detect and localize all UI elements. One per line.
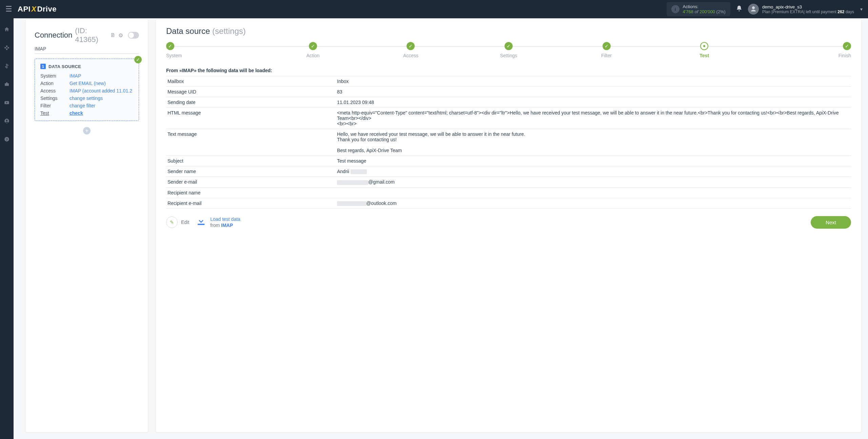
- sidenav: ?: [0, 18, 14, 439]
- row-test-key: Test: [40, 110, 70, 116]
- logo[interactable]: APIXDrive: [18, 5, 57, 14]
- bell-icon[interactable]: [736, 5, 743, 14]
- actions-pct: (2%): [716, 9, 726, 14]
- chevron-down-icon: ▾: [860, 6, 863, 12]
- connection-id: (ID: 41365): [75, 26, 107, 44]
- table-row: SubjectTest message: [166, 156, 851, 166]
- row-settings-value[interactable]: change settings: [70, 96, 133, 101]
- row-settings-key: Settings: [40, 96, 70, 101]
- data-source-title: 1 DATA SOURCE: [40, 64, 133, 69]
- user-menu[interactable]: demo_apix-drive_s3 Plan |Premium EXTRA| …: [748, 4, 863, 15]
- add-step-button[interactable]: +: [83, 127, 91, 134]
- svg-text:?: ?: [6, 138, 8, 141]
- user-name: demo_apix-drive_s3: [762, 4, 854, 9]
- step-number-badge: 1: [40, 64, 46, 69]
- svg-point-2: [6, 120, 8, 121]
- download-icon: [196, 216, 206, 229]
- table-row: Message UID83: [166, 87, 851, 97]
- from-label: From «IMAP» the following data will be l…: [166, 68, 851, 73]
- step-action[interactable]: ✓Action: [264, 42, 362, 58]
- connection-service: IMAP: [35, 46, 139, 54]
- redacted: [337, 201, 366, 206]
- nav-connections-icon[interactable]: [0, 43, 14, 53]
- next-button[interactable]: Next: [811, 216, 851, 229]
- menu-icon[interactable]: ☰: [5, 5, 12, 14]
- redacted: [337, 180, 368, 185]
- table-row: MailboxInbox: [166, 76, 851, 87]
- table-row: Recipient e-mail@outlook.com: [166, 198, 851, 208]
- document-icon[interactable]: 🗎: [110, 32, 116, 38]
- table-row: Sender nameAndrii: [166, 166, 851, 177]
- pencil-icon: ✎: [166, 216, 178, 228]
- row-system-key: System: [40, 73, 70, 79]
- step-test[interactable]: Test: [655, 42, 753, 58]
- data-source-panel: Data source (settings) ✓System ✓Action ✓…: [156, 20, 861, 432]
- table-row: Recipient name: [166, 187, 851, 198]
- nav-home-icon[interactable]: [0, 24, 14, 35]
- step-finish[interactable]: ✓Finish: [753, 42, 851, 58]
- table-row: Text messageHello, we have received your…: [166, 129, 851, 156]
- actions-current: 4'768: [683, 9, 693, 14]
- info-icon: i: [671, 5, 679, 13]
- step-system[interactable]: ✓System: [166, 42, 264, 58]
- actions-label: Actions:: [683, 4, 726, 9]
- test-data-table: MailboxInbox Message UID83 Sending date1…: [166, 76, 851, 209]
- gear-icon[interactable]: ⚙: [118, 32, 123, 39]
- row-access-value[interactable]: IMAP (account added 11.01.2: [70, 88, 133, 93]
- redacted: [351, 169, 367, 174]
- row-test-value[interactable]: check: [70, 110, 133, 116]
- enable-toggle[interactable]: [128, 32, 139, 39]
- connection-title: Connection: [35, 31, 72, 40]
- topbar: ☰ APIXDrive i Actions: 4'768 of 200'000 …: [0, 0, 868, 18]
- nav-help-icon[interactable]: ?: [0, 134, 14, 144]
- step-access[interactable]: ✓Access: [362, 42, 460, 58]
- edit-button[interactable]: ✎ Edit: [166, 216, 189, 228]
- row-filter-value[interactable]: change filter: [70, 103, 133, 108]
- step-settings[interactable]: ✓Settings: [460, 42, 558, 58]
- nav-video-icon[interactable]: [0, 98, 14, 108]
- load-test-data-button[interactable]: Load test data from IMAP: [196, 216, 240, 229]
- nav-billing-icon[interactable]: [0, 61, 14, 71]
- actions-counter[interactable]: i Actions: 4'768 of 200'000 (2%): [667, 2, 730, 16]
- row-filter-key: Filter: [40, 103, 70, 108]
- data-source-header: Data source (settings): [166, 26, 851, 36]
- row-access-key: Access: [40, 88, 70, 93]
- plan-info: Plan |Premium EXTRA| left until payment …: [762, 9, 854, 14]
- row-action-value[interactable]: Get EMAIL (new): [70, 81, 133, 86]
- row-system-value[interactable]: IMAP: [70, 73, 133, 79]
- nav-account-icon[interactable]: [0, 116, 14, 126]
- avatar-icon: [748, 4, 759, 15]
- data-source-box[interactable]: ✓ 1 DATA SOURCE System IMAP Action Get E…: [35, 59, 139, 121]
- table-row: HTML message<meta http-equiv="Content-Ty…: [166, 108, 851, 129]
- check-icon: ✓: [134, 56, 142, 63]
- nav-briefcase-icon[interactable]: [0, 79, 14, 89]
- actions-max: 200'000: [699, 9, 715, 14]
- step-filter[interactable]: ✓Filter: [557, 42, 655, 58]
- table-row: Sender e-mail@gmail.com: [166, 177, 851, 187]
- table-row: Sending date11.01.2023 09:48: [166, 97, 851, 108]
- row-action-key: Action: [40, 81, 70, 86]
- stepper: ✓System ✓Action ✓Access ✓Settings ✓Filte…: [166, 42, 851, 58]
- connection-panel: Connection (ID: 41365) 🗎 ⚙ IMAP ✓ 1 DATA…: [26, 20, 148, 432]
